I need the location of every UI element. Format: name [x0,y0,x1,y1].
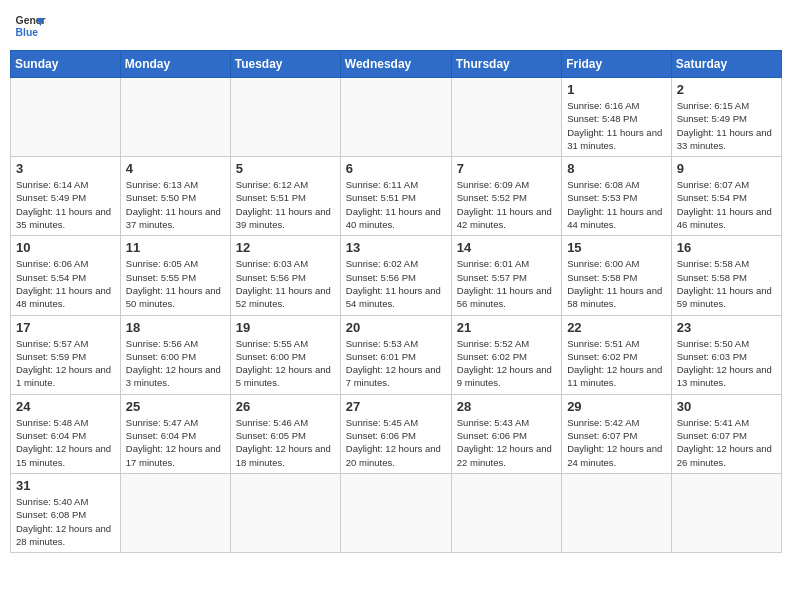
calendar-cell: 15Sunrise: 6:00 AM Sunset: 5:58 PM Dayli… [562,236,672,315]
calendar-cell: 6Sunrise: 6:11 AM Sunset: 5:51 PM Daylig… [340,157,451,236]
day-number: 13 [346,240,446,255]
day-number: 2 [677,82,776,97]
day-info: Sunrise: 6:06 AM Sunset: 5:54 PM Dayligh… [16,257,115,310]
day-info: Sunrise: 5:58 AM Sunset: 5:58 PM Dayligh… [677,257,776,310]
calendar-cell: 16Sunrise: 5:58 AM Sunset: 5:58 PM Dayli… [671,236,781,315]
day-number: 1 [567,82,666,97]
calendar-cell: 24Sunrise: 5:48 AM Sunset: 6:04 PM Dayli… [11,394,121,473]
weekday-header-thursday: Thursday [451,51,561,78]
calendar-cell [120,473,230,552]
day-number: 15 [567,240,666,255]
day-number: 16 [677,240,776,255]
day-number: 5 [236,161,335,176]
day-number: 22 [567,320,666,335]
day-info: Sunrise: 6:16 AM Sunset: 5:48 PM Dayligh… [567,99,666,152]
calendar-cell: 1Sunrise: 6:16 AM Sunset: 5:48 PM Daylig… [562,78,672,157]
day-number: 29 [567,399,666,414]
day-number: 18 [126,320,225,335]
day-number: 31 [16,478,115,493]
day-info: Sunrise: 5:47 AM Sunset: 6:04 PM Dayligh… [126,416,225,469]
day-info: Sunrise: 5:50 AM Sunset: 6:03 PM Dayligh… [677,337,776,390]
day-info: Sunrise: 6:11 AM Sunset: 5:51 PM Dayligh… [346,178,446,231]
day-number: 27 [346,399,446,414]
weekday-header-row: SundayMondayTuesdayWednesdayThursdayFrid… [11,51,782,78]
calendar-cell [230,78,340,157]
day-info: Sunrise: 6:02 AM Sunset: 5:56 PM Dayligh… [346,257,446,310]
calendar-cell [120,78,230,157]
calendar-cell [340,473,451,552]
day-number: 9 [677,161,776,176]
day-info: Sunrise: 5:53 AM Sunset: 6:01 PM Dayligh… [346,337,446,390]
calendar-cell: 28Sunrise: 5:43 AM Sunset: 6:06 PM Dayli… [451,394,561,473]
weekday-header-sunday: Sunday [11,51,121,78]
weekday-header-saturday: Saturday [671,51,781,78]
weekday-header-monday: Monday [120,51,230,78]
page-header: General Blue [10,10,782,42]
day-number: 21 [457,320,556,335]
day-number: 19 [236,320,335,335]
calendar-cell: 29Sunrise: 5:42 AM Sunset: 6:07 PM Dayli… [562,394,672,473]
calendar-cell: 8Sunrise: 6:08 AM Sunset: 5:53 PM Daylig… [562,157,672,236]
week-row-2: 10Sunrise: 6:06 AM Sunset: 5:54 PM Dayli… [11,236,782,315]
day-info: Sunrise: 5:42 AM Sunset: 6:07 PM Dayligh… [567,416,666,469]
day-info: Sunrise: 6:05 AM Sunset: 5:55 PM Dayligh… [126,257,225,310]
day-info: Sunrise: 6:13 AM Sunset: 5:50 PM Dayligh… [126,178,225,231]
week-row-5: 31Sunrise: 5:40 AM Sunset: 6:08 PM Dayli… [11,473,782,552]
week-row-3: 17Sunrise: 5:57 AM Sunset: 5:59 PM Dayli… [11,315,782,394]
day-number: 4 [126,161,225,176]
weekday-header-wednesday: Wednesday [340,51,451,78]
day-number: 28 [457,399,556,414]
calendar-cell: 17Sunrise: 5:57 AM Sunset: 5:59 PM Dayli… [11,315,121,394]
day-number: 7 [457,161,556,176]
calendar-cell [671,473,781,552]
calendar-cell: 2Sunrise: 6:15 AM Sunset: 5:49 PM Daylig… [671,78,781,157]
calendar-cell [451,473,561,552]
calendar-cell: 20Sunrise: 5:53 AM Sunset: 6:01 PM Dayli… [340,315,451,394]
week-row-0: 1Sunrise: 6:16 AM Sunset: 5:48 PM Daylig… [11,78,782,157]
calendar-cell: 21Sunrise: 5:52 AM Sunset: 6:02 PM Dayli… [451,315,561,394]
day-info: Sunrise: 6:03 AM Sunset: 5:56 PM Dayligh… [236,257,335,310]
calendar-cell: 5Sunrise: 6:12 AM Sunset: 5:51 PM Daylig… [230,157,340,236]
day-number: 11 [126,240,225,255]
day-info: Sunrise: 6:09 AM Sunset: 5:52 PM Dayligh… [457,178,556,231]
day-info: Sunrise: 5:56 AM Sunset: 6:00 PM Dayligh… [126,337,225,390]
weekday-header-friday: Friday [562,51,672,78]
day-number: 10 [16,240,115,255]
day-number: 20 [346,320,446,335]
calendar-cell: 27Sunrise: 5:45 AM Sunset: 6:06 PM Dayli… [340,394,451,473]
calendar-cell: 13Sunrise: 6:02 AM Sunset: 5:56 PM Dayli… [340,236,451,315]
day-number: 30 [677,399,776,414]
day-info: Sunrise: 5:43 AM Sunset: 6:06 PM Dayligh… [457,416,556,469]
calendar-cell [230,473,340,552]
day-info: Sunrise: 5:55 AM Sunset: 6:00 PM Dayligh… [236,337,335,390]
day-number: 3 [16,161,115,176]
calendar-cell: 23Sunrise: 5:50 AM Sunset: 6:03 PM Dayli… [671,315,781,394]
day-number: 23 [677,320,776,335]
calendar-cell: 30Sunrise: 5:41 AM Sunset: 6:07 PM Dayli… [671,394,781,473]
day-info: Sunrise: 6:01 AM Sunset: 5:57 PM Dayligh… [457,257,556,310]
logo-icon: General Blue [14,10,46,42]
calendar-cell: 18Sunrise: 5:56 AM Sunset: 6:00 PM Dayli… [120,315,230,394]
day-info: Sunrise: 5:57 AM Sunset: 5:59 PM Dayligh… [16,337,115,390]
day-info: Sunrise: 5:41 AM Sunset: 6:07 PM Dayligh… [677,416,776,469]
day-info: Sunrise: 6:07 AM Sunset: 5:54 PM Dayligh… [677,178,776,231]
calendar-cell: 10Sunrise: 6:06 AM Sunset: 5:54 PM Dayli… [11,236,121,315]
calendar-cell [340,78,451,157]
svg-text:Blue: Blue [16,27,39,38]
calendar-cell: 7Sunrise: 6:09 AM Sunset: 5:52 PM Daylig… [451,157,561,236]
calendar-cell: 11Sunrise: 6:05 AM Sunset: 5:55 PM Dayli… [120,236,230,315]
day-info: Sunrise: 5:46 AM Sunset: 6:05 PM Dayligh… [236,416,335,469]
day-info: Sunrise: 5:40 AM Sunset: 6:08 PM Dayligh… [16,495,115,548]
day-info: Sunrise: 5:48 AM Sunset: 6:04 PM Dayligh… [16,416,115,469]
calendar-cell: 3Sunrise: 6:14 AM Sunset: 5:49 PM Daylig… [11,157,121,236]
day-number: 25 [126,399,225,414]
day-number: 17 [16,320,115,335]
calendar-cell [562,473,672,552]
day-info: Sunrise: 6:08 AM Sunset: 5:53 PM Dayligh… [567,178,666,231]
day-info: Sunrise: 5:51 AM Sunset: 6:02 PM Dayligh… [567,337,666,390]
weekday-header-tuesday: Tuesday [230,51,340,78]
calendar-cell: 25Sunrise: 5:47 AM Sunset: 6:04 PM Dayli… [120,394,230,473]
day-info: Sunrise: 6:12 AM Sunset: 5:51 PM Dayligh… [236,178,335,231]
day-number: 26 [236,399,335,414]
week-row-4: 24Sunrise: 5:48 AM Sunset: 6:04 PM Dayli… [11,394,782,473]
